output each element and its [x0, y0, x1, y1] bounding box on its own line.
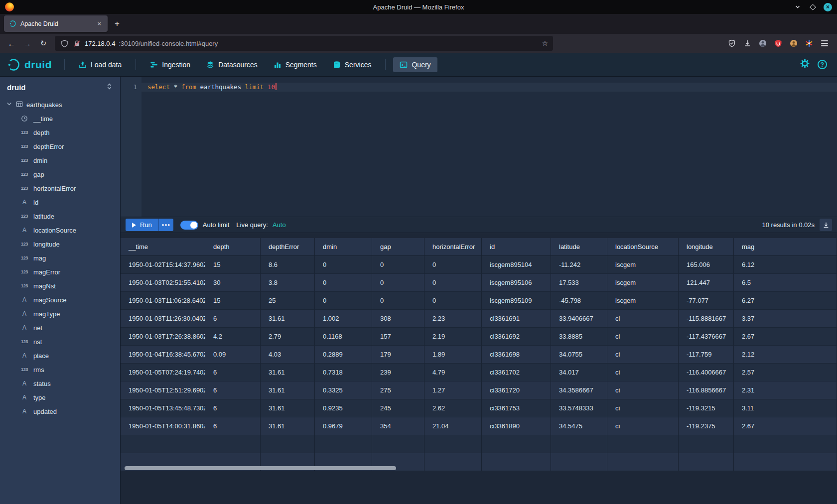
cell[interactable]: iscgem	[607, 256, 679, 274]
load-data-button[interactable]: Load data	[72, 57, 128, 72]
column-item-updated[interactable]: Aupdated	[0, 404, 120, 418]
tracking-shield-icon[interactable]	[60, 39, 69, 48]
column-header-__time[interactable]: __time	[121, 238, 205, 256]
cell[interactable]: ci3361753	[482, 399, 551, 417]
column-item-magType[interactable]: AmagType	[0, 307, 120, 321]
cell[interactable]: 1950-01-03T17:26:38.860Z	[121, 328, 205, 346]
column-item-id[interactable]: Aid	[0, 195, 120, 209]
cell[interactable]: 31.61	[261, 399, 315, 417]
cell[interactable]: 4.2	[205, 328, 261, 346]
cell[interactable]: 1950-01-03T02:51:55.410Z	[121, 274, 205, 292]
cell[interactable]: 2.19	[424, 328, 482, 346]
cell[interactable]: ci3361702	[482, 364, 551, 381]
column-item-magError[interactable]: 123magError	[0, 265, 120, 279]
cell[interactable]: 1950-01-05T14:00:31.860Z	[121, 417, 205, 435]
column-item-longitude[interactable]: 123longitude	[0, 237, 120, 251]
column-header-locationSource[interactable]: locationSource	[607, 238, 679, 256]
cell[interactable]: ci	[607, 417, 679, 435]
cell[interactable]: 4.79	[424, 364, 482, 381]
cell[interactable]: 1950-01-05T12:51:29.690Z	[121, 381, 205, 399]
cell[interactable]: -116.4006667	[679, 364, 734, 381]
druid-logo[interactable]: druid	[7, 58, 57, 71]
cell[interactable]: 3.37	[734, 310, 837, 328]
cell[interactable]: 33.9406667	[551, 310, 607, 328]
cell[interactable]: 6	[205, 310, 261, 328]
auto-limit-toggle[interactable]	[180, 221, 198, 230]
nav-item-segments[interactable]: Segments	[267, 57, 323, 72]
column-item-nst[interactable]: 123nst	[0, 335, 120, 349]
cell[interactable]: 121.447	[679, 274, 734, 292]
cell[interactable]: iscgem895106	[482, 274, 551, 292]
ublock-shield-icon[interactable]	[774, 39, 783, 48]
cell[interactable]: iscgem895104	[482, 256, 551, 274]
cell[interactable]: 1950-01-03T11:26:30.040Z	[121, 310, 205, 328]
cell[interactable]: 2.67	[734, 417, 837, 435]
cell[interactable]: -115.8881667	[679, 310, 734, 328]
cell[interactable]: 2.79	[261, 328, 315, 346]
cell[interactable]: 1.89	[424, 346, 482, 364]
column-header-depthError[interactable]: depthError	[261, 238, 315, 256]
cell[interactable]: -45.798	[551, 292, 607, 310]
column-item-depth[interactable]: 123depth	[0, 126, 120, 139]
column-item-net[interactable]: Anet	[0, 321, 120, 335]
cell[interactable]: 0	[372, 274, 424, 292]
column-header-depth[interactable]: depth	[205, 238, 261, 256]
cell[interactable]: ci	[607, 364, 679, 381]
cell[interactable]: 0	[372, 292, 424, 310]
downloads-icon[interactable]	[743, 39, 752, 48]
window-close-button[interactable]: ×	[824, 3, 832, 11]
cell[interactable]: ci	[607, 328, 679, 346]
column-item-horizontalError[interactable]: 123horizontalError	[0, 181, 120, 195]
cell[interactable]: 2.23	[424, 310, 482, 328]
cell[interactable]: 165.006	[679, 256, 734, 274]
column-header-latitude[interactable]: latitude	[551, 238, 607, 256]
cell[interactable]: 1.27	[424, 381, 482, 399]
cell[interactable]: 21.04	[424, 417, 482, 435]
cell[interactable]: 31.61	[261, 364, 315, 381]
cell[interactable]: 34.3586667	[551, 381, 607, 399]
cell[interactable]: iscgem895109	[482, 292, 551, 310]
menu-icon[interactable]	[820, 39, 829, 48]
window-shade-icon[interactable]	[794, 3, 802, 11]
extension-asterisk-icon[interactable]	[805, 39, 814, 48]
cell[interactable]: 1950-01-03T11:06:28.640Z	[121, 292, 205, 310]
cell[interactable]: -119.2375	[679, 417, 734, 435]
cell[interactable]: 0	[424, 256, 482, 274]
cell[interactable]: 1950-01-05T07:24:19.740Z	[121, 364, 205, 381]
live-query-value[interactable]: Auto	[273, 221, 286, 229]
window-maximize-icon[interactable]	[809, 3, 817, 11]
run-more-button[interactable]: ●●●	[158, 219, 173, 231]
cell[interactable]: 34.5475	[551, 417, 607, 435]
cell[interactable]: 179	[372, 346, 424, 364]
cell[interactable]: ci3361698	[482, 346, 551, 364]
cell[interactable]: 0.7318	[315, 364, 372, 381]
cell[interactable]: 0.1168	[315, 328, 372, 346]
cell[interactable]: 1.002	[315, 310, 372, 328]
cell[interactable]: 2.57	[734, 364, 837, 381]
column-header-horizontalError[interactable]: horizontalError	[424, 238, 482, 256]
cell[interactable]: 15	[205, 292, 261, 310]
nav-item-services[interactable]: Services	[326, 57, 378, 72]
cell[interactable]: 1950-01-04T16:38:45.670Z	[121, 346, 205, 364]
settings-gear-icon[interactable]	[800, 59, 810, 70]
cell[interactable]: 2.12	[734, 346, 837, 364]
back-button[interactable]: ←	[4, 36, 19, 50]
cell[interactable]: 0	[424, 292, 482, 310]
cell[interactable]: -117.759	[679, 346, 734, 364]
cell[interactable]: 6	[205, 417, 261, 435]
bookmark-star-icon[interactable]: ☆	[542, 39, 548, 47]
cell[interactable]: 354	[372, 417, 424, 435]
cell[interactable]: 31.61	[261, 310, 315, 328]
cell[interactable]: 33.5748333	[551, 399, 607, 417]
column-item-type[interactable]: Atype	[0, 390, 120, 404]
cell[interactable]: 3.11	[734, 399, 837, 417]
run-button[interactable]: Run	[126, 219, 158, 231]
cell[interactable]: iscgem	[607, 292, 679, 310]
shield-check-icon[interactable]	[727, 39, 736, 48]
cell[interactable]: 0	[315, 256, 372, 274]
column-header-longitude[interactable]: longitude	[679, 238, 734, 256]
cell[interactable]: ci3361720	[482, 381, 551, 399]
cell[interactable]: 2.67	[734, 328, 837, 346]
cell[interactable]: 0.3325	[315, 381, 372, 399]
cell[interactable]: -117.4376667	[679, 328, 734, 346]
